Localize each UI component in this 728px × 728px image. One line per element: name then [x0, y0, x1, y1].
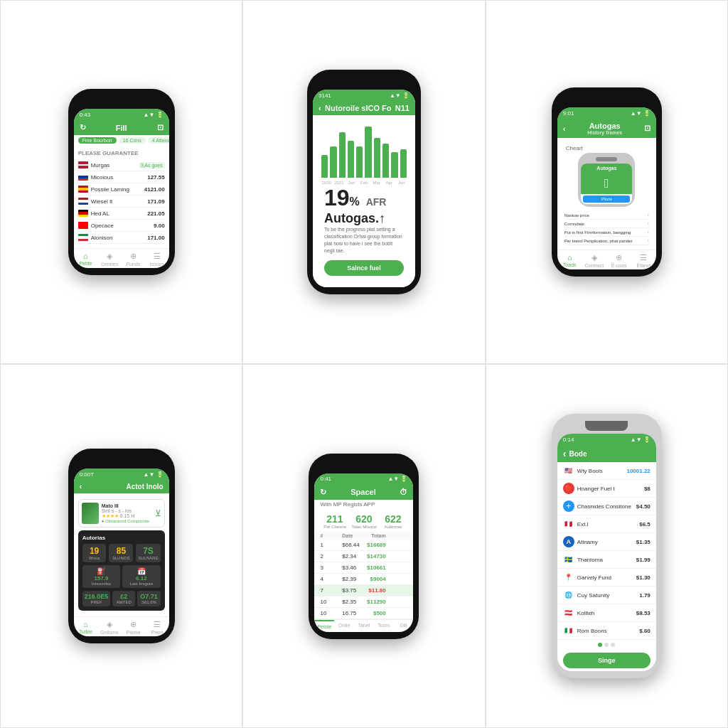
- bode-row-1[interactable]: 🔴 Hnanger Fuel t $8: [557, 480, 656, 498]
- td-num-1: 2: [320, 553, 342, 560]
- detail-val-0: 157.9: [85, 575, 119, 582]
- menu-arrow-0: ›: [647, 213, 648, 218]
- bode-row-2[interactable]: + Chasnides Consitone $4.50: [557, 498, 656, 515]
- autogas-label: Autogas.↑: [318, 211, 410, 226]
- flag-at-icon: 🇦🇹: [563, 607, 574, 619]
- td-price-4: $3.75: [342, 587, 364, 594]
- detail-1: 📅 6.12 Last Invgure: [122, 565, 161, 588]
- phone-special: 0:41 ▲▼ 🔋 ↻ Spacel ⏱ With MP Regists APP…: [309, 454, 419, 639]
- stat-num-2: 7S: [138, 546, 158, 556]
- nested-phone: Autogas  Plode: [578, 153, 635, 207]
- nav-item-funds[interactable]: ⊕ Funds: [122, 252, 146, 267]
- salnce-fuel-button[interactable]: Salnce fuel: [324, 260, 404, 276]
- special-title: Spacel: [326, 488, 400, 496]
- tab-petole[interactable]: Petole: [314, 620, 334, 632]
- fuel-price-2: 4121.00: [144, 186, 165, 193]
- tab-ontie[interactable]: Ontie: [334, 620, 354, 632]
- table-row-3[interactable]: 3 $3.46 $10661: [314, 562, 413, 574]
- table-row-10a[interactable]: 10 $2.35 $11290: [314, 596, 413, 608]
- cell-top-center: 3141 ▲▼ 🔋 ‹ Nutoroile sICO Fo N11: [242, 0, 485, 364]
- bode-row-3[interactable]: 🇵🇪 Ext.I $6.5: [557, 515, 656, 533]
- singe-button[interactable]: Singe: [563, 653, 651, 668]
- fuel-row-4[interactable]: Hed AL 221.05: [78, 208, 165, 220]
- nav-item-petite[interactable]: ⌂ Petite: [74, 252, 98, 267]
- menu-row-3[interactable]: Per biend Pertplication, phat pander ›: [564, 237, 649, 245]
- sstat-label-1: Talan Mounst: [349, 525, 378, 529]
- bode-row-6[interactable]: 📍 Garvely Fund $1.30: [557, 569, 656, 587]
- nav-etanel[interactable]: ☰ Etanel: [631, 253, 656, 268]
- bode-row-5[interactable]: 🇸🇪 Thantoma $1.99: [557, 551, 656, 569]
- expand-icon[interactable]: ⊻: [155, 508, 161, 518]
- dot-2: [611, 643, 615, 647]
- flag-us: [78, 161, 88, 168]
- fuel-row-6[interactable]: Alonison 171.00: [78, 232, 165, 244]
- flag-de: [78, 210, 88, 217]
- detail-sub-1: Last Invgure: [124, 582, 159, 586]
- nav-euses[interactable]: ⊕ E-uses: [606, 253, 631, 268]
- status-bar-special: 0:41 ▲▼ 🔋: [314, 473, 413, 485]
- bode-row-4[interactable]: A Atinamy $1.35: [557, 533, 656, 551]
- td-total-6: $500: [364, 610, 386, 616]
- nav-item-centres[interactable]: ◈ Centres: [97, 252, 122, 267]
- mato-image: [82, 503, 99, 524]
- fuel-row-5[interactable]: Opecace 9.00: [78, 220, 165, 232]
- table-row-1[interactable]: 1 $66.44 $16689: [314, 540, 413, 551]
- menu-label-1: Cornndate: [564, 222, 584, 226]
- table-row-10b[interactable]: 10 16.75 $500: [314, 608, 413, 619]
- signal-acto: ▲▼ 🔋: [144, 471, 164, 478]
- acto-content: Mato III Sint s - s - los ★★★★ 0.15 H ● …: [74, 493, 169, 616]
- special-subtitle: With MP Regists APP: [314, 500, 413, 510]
- tab-dill[interactable]: Dill: [394, 620, 414, 632]
- stats-box: Autorias 19 Woca 85 9LUNOS 7S SULNARE: [78, 530, 165, 611]
- mato-card[interactable]: Mato III Sint s - s - los ★★★★ 0.15 H ● …: [78, 499, 165, 528]
- fuel-row-2[interactable]: Possile Laming 4121.00: [78, 183, 165, 196]
- fuel-row-3[interactable]: Wiesel It 171.09: [78, 196, 165, 208]
- timer-icon-special[interactable]: ⏱: [400, 488, 407, 496]
- phone-notch: [100, 96, 143, 106]
- nav-prent[interactable]: ☰ Prent: [145, 620, 169, 635]
- nested-btn[interactable]: Plode: [583, 196, 630, 203]
- bode-name-8: Kollteh: [577, 610, 594, 616]
- nav-contract[interactable]: ◈ Contract: [582, 253, 607, 268]
- table-row-7[interactable]: 7 $3.75 $11.80: [314, 585, 413, 596]
- table-row-2[interactable]: 2 $2.34 $14730: [314, 551, 413, 562]
- nav-toads[interactable]: ⌂ Toads: [557, 253, 582, 268]
- chip-2[interactable]: 4 Attender: [148, 137, 169, 144]
- bode-row-9[interactable]: 🇮🇹 Rom Boons $.60: [557, 622, 656, 640]
- price-row: 216.0E5 PREF £2 AMTED O7.71 S61.6%: [82, 591, 161, 606]
- menu-row-0[interactable]: Nantow price ›: [564, 211, 649, 220]
- td-num-6: 10: [320, 610, 342, 616]
- flag-us-icon: 🇺🇸: [563, 465, 574, 476]
- fuel-row-0[interactable]: Murgas 3 As goes: [78, 159, 165, 171]
- menu-row-2[interactable]: Put in first Firmformation, bangging ›: [564, 228, 649, 237]
- bode-row-8[interactable]: 🇦🇹 Kollteh $8.53: [557, 604, 656, 622]
- bode-row-7[interactable]: 🌐 Cuy Satunity 1.79: [557, 587, 656, 604]
- sstat-2: 622 Aultirmas: [378, 513, 407, 529]
- nav-golismo[interactable]: ◈ Golismo: [97, 620, 122, 635]
- fuel-row-1[interactable]: Micoious 127.55: [78, 171, 165, 183]
- header-left-icon[interactable]: ↻: [80, 123, 86, 132]
- acto-title: Actot Inolo: [126, 483, 163, 491]
- chart-label-6: Jun: [396, 181, 407, 185]
- td-total-4: $11.80: [364, 587, 386, 594]
- bode-back-icon[interactable]: ‹: [563, 448, 567, 459]
- header-right-icon[interactable]: ⊡: [157, 123, 164, 132]
- price-val-0: 216.0E5: [85, 593, 109, 600]
- nav-item-issues[interactable]: ☰ Issues: [145, 252, 169, 267]
- autogas-header-right[interactable]: ⊡: [644, 124, 651, 133]
- phone-notch-autogas: [585, 95, 628, 105]
- acto-back-icon[interactable]: ‹: [80, 483, 82, 491]
- tab-tanet[interactable]: Tanet: [354, 620, 374, 632]
- td-total-5: $11290: [364, 599, 386, 605]
- special-stats: 211 Par Chesna 620 Talan Mounst 622 Ault…: [314, 510, 413, 532]
- tab-toom[interactable]: Toom: [374, 620, 394, 632]
- time: 0:43: [80, 112, 91, 118]
- chip-1[interactable]: 16 Cons: [119, 137, 146, 144]
- refresh-icon-special[interactable]: ↻: [320, 488, 326, 497]
- bode-row-0[interactable]: 🇺🇸 Wty Bools 10001.22: [557, 462, 656, 480]
- table-row-4[interactable]: 4 $2.39 $9004: [314, 574, 413, 585]
- menu-row-1[interactable]: Cornndate ›: [564, 220, 649, 228]
- nav-tuible[interactable]: ⌂ Tuible: [74, 620, 98, 635]
- chip-0[interactable]: Fine Bourbon: [78, 137, 117, 144]
- nav-piome[interactable]: ⊕ Piome: [122, 620, 146, 635]
